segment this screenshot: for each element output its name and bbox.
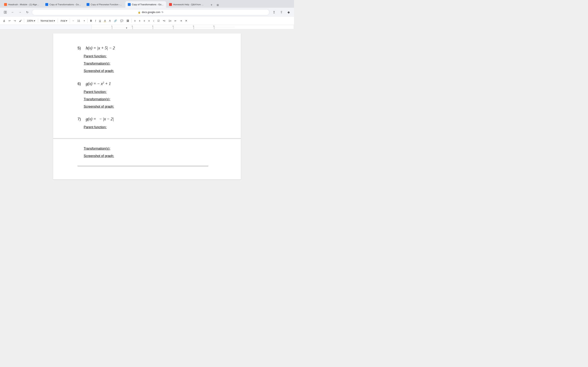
align-center-btn[interactable]: ≡ <box>138 18 141 24</box>
tab-homework-label: Homework Help - Q&A from Online Tutor... <box>173 3 205 6</box>
new-tab-button[interactable]: + <box>209 2 214 8</box>
problem-7-transform-label: Transformation(s): <box>84 147 110 150</box>
problem-6-number: 6) <box>78 82 86 86</box>
comment-btn[interactable]: 💬 <box>119 18 125 24</box>
problem-7-formula: g(x) = − |x − 2| <box>86 117 114 121</box>
highlight-btn[interactable]: A <box>103 18 107 24</box>
svg-text:1: 1 <box>111 25 112 27</box>
style-chevron: ▾ <box>54 19 55 22</box>
link-btn[interactable]: 🔗 <box>113 18 118 24</box>
problem-5-screenshot-label: Screenshot of graph: <box>84 69 114 73</box>
tab-copy-trans-1[interactable]: Copy of Transformations - Google Docs <box>43 1 84 8</box>
svg-text:4: 4 <box>173 25 173 27</box>
tab-piecewise[interactable]: Copy of Piecewise Function - Google Docs <box>84 1 125 8</box>
font-chevron: ▾ <box>66 19 67 22</box>
tab-copy-trans-2[interactable]: Copy of Transformations - Google Docs <box>125 1 166 8</box>
font-size-increase-btn[interactable]: + <box>82 18 86 24</box>
problem-5-transform-field: Transformation(s): <box>84 62 216 66</box>
tab-homework[interactable]: Homework Help - Q&A from Online Tutor... <box>167 1 208 8</box>
problem-7-screenshot-label: Screenshot of graph: <box>84 154 114 158</box>
line-spacing-btn[interactable]: ↕ <box>152 18 155 24</box>
problem-6-screenshot-label: Screenshot of graph: <box>84 105 114 108</box>
svg-rect-1 <box>6 11 7 13</box>
tab-bar: Headrush - Module - (1) Algebra 2: Funct… <box>0 0 294 8</box>
sep-4 <box>70 19 70 23</box>
tab-grid-button[interactable]: ⊞ <box>215 2 221 8</box>
horizontal-divider <box>78 166 208 166</box>
forward-button[interactable]: → <box>17 9 23 15</box>
align-right-btn[interactable]: ≡ <box>142 18 146 24</box>
align-left-btn[interactable]: ≡ <box>133 18 137 24</box>
problem-7-screenshot-field: Screenshot of graph: <box>84 154 216 158</box>
docs-icon-2 <box>86 3 89 6</box>
headrush-icon <box>4 3 7 6</box>
refresh-button[interactable]: ↻ <box>25 9 30 15</box>
extensions-button[interactable]: ◆ <box>286 9 292 15</box>
download-button[interactable]: ↥ <box>271 9 277 15</box>
main-content: 5) h(x) = |x + 5| − 2 Parent function: T… <box>0 29 294 184</box>
zoom-label: 100% <box>27 19 33 22</box>
font-dropdown[interactable]: Arial ▾ <box>59 18 69 24</box>
svg-text:6: 6 <box>213 25 214 27</box>
bold-btn[interactable]: B <box>89 18 93 24</box>
problem-6-transform-field: Transformation(s): <box>84 98 216 101</box>
problem-5-formula: h(x) = |x + 5| − 2 <box>86 46 115 50</box>
redo-btn[interactable]: ↪ <box>13 18 17 24</box>
tab-piecewise-label: Copy of Piecewise Function - Google Docs <box>91 3 122 6</box>
problem-6-parent-field: Parent function: <box>84 90 216 94</box>
back-button[interactable]: ← <box>10 9 16 15</box>
problem-5-formula-line: 5) h(x) = |x + 5| − 2 <box>78 46 216 50</box>
indent-decrease-btn[interactable]: ⇤ <box>173 18 178 24</box>
homework-icon <box>169 3 172 6</box>
zoom-chevron: ▾ <box>34 19 35 22</box>
problem-6-formula: g(x) = − x2 + 1 <box>86 81 111 86</box>
font-label: Arial <box>61 19 65 22</box>
tab-headrush[interactable]: Headrush - Module - (1) Algebra 2: Funct… <box>2 1 43 8</box>
svg-marker-15 <box>126 27 127 29</box>
font-size-label: 11 <box>77 19 80 22</box>
address-bar[interactable]: 🔒 docs.google.com ↻ <box>32 9 269 15</box>
problem-6: 6) g(x) = − x2 + 1 Parent function: Tran… <box>78 81 216 108</box>
text-color-btn[interactable]: A <box>108 18 112 24</box>
ruler-inner: 1 2 3 4 5 6 <box>91 25 294 29</box>
tab-copy-trans-2-label: Copy of Transformations - Google Docs <box>132 3 164 6</box>
lock-icon: 🔒 <box>138 11 141 14</box>
svg-text:5: 5 <box>193 25 194 27</box>
print-btn[interactable]: 🖨 <box>2 18 7 24</box>
bullet-list-btn[interactable]: •≡ <box>162 18 166 24</box>
tab-headrush-label: Headrush - Module - (1) Algebra 2: Funct… <box>8 3 40 6</box>
font-size-field[interactable]: 11 <box>76 18 81 24</box>
problem-7-parent-label: Parent function: <box>84 125 107 129</box>
style-label: Normal text <box>41 19 53 22</box>
zoom-dropdown[interactable]: 100% ▾ <box>26 18 36 24</box>
page-2: Transformation(s): Screenshot of graph: <box>53 139 241 179</box>
style-dropdown[interactable]: Normal text ▾ <box>39 18 56 24</box>
align-justify-btn[interactable]: ≡ <box>147 18 151 24</box>
underline-btn[interactable]: U <box>98 18 102 24</box>
docs-icon-3 <box>128 3 131 6</box>
problem-7-parent-field: Parent function: <box>84 125 216 129</box>
problem-5-number: 5) <box>78 46 86 50</box>
indent-increase-btn[interactable]: ⇥ <box>179 18 183 24</box>
numbered-list-btn[interactable]: 1≡ <box>167 18 173 24</box>
font-size-decrease-btn[interactable]: − <box>71 18 75 24</box>
image-btn[interactable]: 🖼 <box>125 18 130 24</box>
sidebar-toggle[interactable] <box>2 9 8 15</box>
sep-3 <box>58 19 58 23</box>
problem-5-screenshot-field: Screenshot of graph: <box>84 69 216 73</box>
docs-icon-1 <box>45 3 48 6</box>
problem-7-formula-line: 7) g(x) = − |x − 2| <box>78 117 216 121</box>
clear-format-btn[interactable]: ✕ <box>184 18 189 24</box>
ruler-marks: 1 2 3 4 5 6 <box>92 25 234 29</box>
sep-6 <box>131 19 132 23</box>
checklist-btn[interactable]: ☑ <box>156 18 161 24</box>
tab-copy-trans-1-label: Copy of Transformations - Google Docs <box>49 3 81 6</box>
url-text: docs.google.com <box>142 11 160 14</box>
reload-icon: ↻ <box>162 11 164 14</box>
paint-format-btn[interactable]: 🖌 <box>18 18 23 24</box>
problem-5-parent-label: Parent function: <box>84 54 107 58</box>
share-button[interactable]: ⇧ <box>278 9 284 15</box>
italic-btn[interactable]: I <box>94 18 97 24</box>
problem-7-bottom: Transformation(s): Screenshot of graph: <box>78 147 216 158</box>
undo-btn[interactable]: ↩ <box>7 18 12 24</box>
